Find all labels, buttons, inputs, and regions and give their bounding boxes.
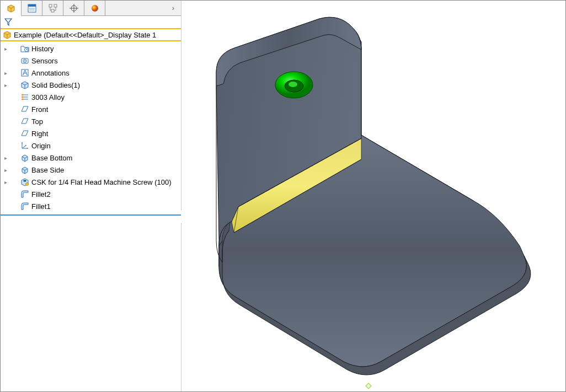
plane-icon [20,129,29,138]
filter-icon[interactable] [4,18,13,26]
config-tree-icon [49,4,57,13]
svg-rect-6 [51,9,54,12]
expander-icon[interactable]: ▸ [3,167,8,173]
svg-point-23 [24,180,26,181]
svg-point-26 [361,386,364,389]
tree-item[interactable]: ▸AAnnotations [1,67,181,79]
tree-item[interactable]: Top [1,115,181,127]
tree-item-label: Solid Bodies(1) [31,81,80,89]
svg-point-21 [22,96,24,98]
tree-item[interactable]: ▸History [1,42,181,55]
tree-root[interactable]: Example (Default<<Default>_Display State… [1,29,181,41]
svg-point-25 [289,82,297,87]
svg-point-10 [92,5,98,12]
tree-item-label: Origin [31,142,51,150]
tree-item-label: Top [31,117,43,126]
plane-icon [20,105,29,114]
tree-item-label: Fillet1 [31,202,51,211]
sensors-icon [20,56,29,65]
panel-tab-bar: › [1,1,181,16]
tree-item-label: Front [31,105,48,114]
svg-rect-4 [49,4,52,7]
expander-icon[interactable]: ▸ [3,155,8,161]
origin-icon [20,141,29,150]
chevron-right-icon: › [172,4,174,12]
tree-item-label: CSK for 1/4 Flat Head Machine Screw (100… [31,178,172,186]
tree-root-label: Example (Default<<Default>_Display State… [14,31,156,39]
tree-item[interactable]: Front [1,103,181,115]
tree-item-label: Right [31,130,48,138]
tree-item[interactable]: ▸Base Bottom [1,152,181,164]
tree-item-label: Base Side [31,166,64,174]
tree-item[interactable]: ▸CSK for 1/4 Flat Head Machine Screw (10… [1,176,181,188]
annotations-icon: A [20,68,29,77]
property-list-icon [28,4,36,13]
folder-history-icon [20,44,29,53]
model-render [186,3,561,389]
fillet-icon [20,190,29,198]
fillet-icon [20,202,29,211]
panel-expand-chevron[interactable]: › [165,1,181,15]
expander-icon[interactable]: ▸ [3,46,8,52]
tree-item[interactable]: Origin [1,139,181,152]
svg-text:A: A [23,68,28,77]
tree-rollback-bar[interactable] [1,214,181,216]
crosshair-icon [70,4,78,13]
extrude-icon [20,165,29,174]
expander-icon[interactable]: ▸ [3,179,8,185]
expander-icon[interactable]: ▸ [3,82,8,88]
appearance-ball-icon [90,4,99,13]
svg-rect-1 [28,4,36,7]
part-cube-icon [7,4,15,13]
graphics-viewport[interactable] [181,1,565,391]
tab-property-manager[interactable] [22,1,42,16]
part-cube-icon [3,30,12,39]
tree-item-label: Sensors [31,57,58,65]
filter-row [1,16,181,29]
tree-item-label: 3003 Alloy [31,93,65,101]
svg-point-20 [22,94,24,96]
tab-feature-tree[interactable] [1,1,22,16]
extrude-icon [20,153,29,162]
tree-item[interactable]: ▸Base Side [1,164,181,176]
feature-tree: ▸HistorySensors▸AAnnotations▸Solid Bodie… [1,41,181,391]
material-icon [20,93,29,101]
tree-item-label: Fillet2 [31,190,51,198]
tree-item[interactable]: Right [1,127,181,139]
svg-point-24 [26,183,29,186]
svg-rect-5 [54,4,57,7]
tree-item-label: Annotations [31,69,70,77]
tab-display-manager[interactable] [84,1,105,16]
tree-item[interactable]: Fillet1 [1,200,181,212]
tree-item[interactable]: 3003 Alloy [1,91,181,103]
tree-item-label: Base Bottom [31,154,72,162]
tree-item-label: History [31,45,54,53]
tree-item[interactable]: ▸Solid Bodies(1) [1,79,181,91]
plane-icon [20,117,29,126]
tree-item[interactable]: Fillet2 [1,188,181,200]
tab-configuration-manager[interactable] [42,1,63,16]
hole-icon [20,178,29,186]
svg-point-22 [22,99,24,100]
tree-item[interactable]: Sensors [1,55,181,67]
expander-icon[interactable]: ▸ [3,70,8,76]
solid-bodies-icon [20,80,29,89]
svg-point-14 [24,61,25,62]
tab-dimxpert[interactable] [63,1,84,16]
